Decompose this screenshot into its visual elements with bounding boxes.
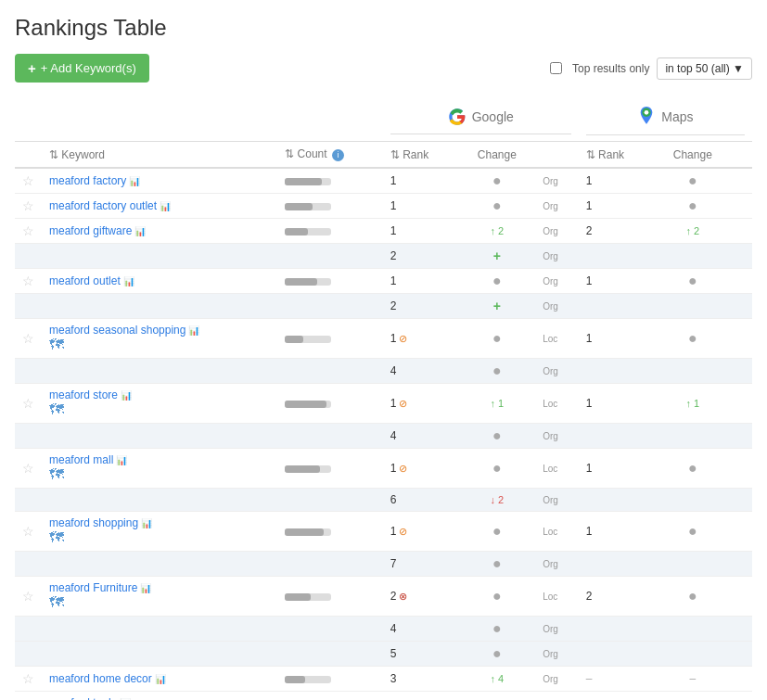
google-rank-cell: 1 [383, 168, 459, 194]
chart-icon[interactable]: 📊 [188, 325, 199, 336]
maps-type-cell [731, 489, 752, 512]
keyword-link[interactable]: meaford mall [49, 453, 113, 466]
keyword-link[interactable]: meaford Furniture [49, 581, 137, 594]
top-filter-dropdown[interactable]: in top 50 (all) ▼ [657, 57, 752, 80]
star-button[interactable]: ☆ [15, 512, 42, 552]
google-change-cell: ● [459, 194, 536, 219]
maps-change-cell: ● [654, 269, 731, 294]
keyword-cell: meaford outlet 📊 [42, 269, 277, 294]
maps-type-cell [731, 617, 752, 642]
star-button[interactable]: ☆ [15, 194, 42, 219]
col-maps-change-header: Change [654, 142, 731, 169]
google-type-cell: Org [535, 219, 579, 244]
star-button[interactable]: ☆ [15, 667, 42, 692]
col-keyword-header: ⇅ Keyword [42, 142, 277, 169]
chart-icon[interactable]: 📊 [129, 176, 140, 186]
maps-change-cell: ● [654, 692, 731, 701]
keyword-link[interactable]: meaford tools [49, 696, 117, 700]
google-type-cell: Loc [535, 692, 579, 701]
maps-engine-header: Maps [579, 94, 752, 142]
chart-icon[interactable]: 📊 [141, 518, 152, 528]
maps-type-cell [731, 512, 752, 552]
google-label: Google [472, 109, 514, 124]
keyword-cell: meaford tools 📊 🗺 [42, 692, 277, 701]
keyword-cell: meaford store 📊 🗺 [42, 384, 277, 424]
maps-type-cell [731, 319, 752, 359]
maps-rank-cell [579, 642, 655, 667]
star-button[interactable]: ☆ [15, 577, 42, 617]
google-type-cell: Org [535, 642, 579, 667]
google-rank-cell: 1⊘ [383, 512, 459, 552]
keyword-link[interactable]: meaford factory outlet [49, 199, 157, 212]
google-change-cell: ● [459, 359, 536, 384]
maps-type-cell [731, 667, 752, 692]
maps-type-cell [731, 168, 752, 194]
rankings-table: Google Maps ⇅ Ke [15, 94, 752, 700]
keyword-link[interactable]: meaford store [49, 388, 118, 401]
google-rank-cell: 3 [383, 667, 459, 692]
maps-type-cell [731, 294, 752, 319]
maps-rank-cell [579, 552, 655, 577]
count-info-icon: i [332, 149, 344, 161]
count-cell [277, 512, 383, 552]
chart-icon[interactable]: 📊 [140, 583, 151, 593]
maps-change-cell: ● [654, 577, 731, 617]
google-change-cell: ● [459, 552, 536, 577]
maps-type-cell [731, 577, 752, 617]
maps-type-cell [731, 269, 752, 294]
chevron-down-icon: ▼ [733, 62, 744, 75]
col-google-type-header [535, 142, 579, 169]
count-cell [277, 449, 383, 489]
count-cell [277, 319, 383, 359]
maps-label: Maps [661, 109, 693, 124]
maps-rank-cell: 2 [579, 219, 655, 244]
google-rank-cell: 3⊗ [383, 692, 459, 701]
chart-icon[interactable]: 📊 [155, 674, 166, 684]
chart-icon[interactable]: 📊 [123, 276, 134, 286]
google-rank-cell: 2 [383, 294, 459, 319]
keyword-link[interactable]: meaford factory [49, 174, 126, 187]
keyword-link[interactable]: meaford seasonal shopping [49, 324, 185, 337]
col-star [15, 142, 42, 169]
star-button[interactable]: ☆ [15, 692, 42, 701]
google-type-cell: Loc [535, 577, 579, 617]
maps-rank-cell: 1 [579, 384, 655, 424]
star-button[interactable]: ☆ [15, 384, 42, 424]
add-keyword-button[interactable]: + + Add Keyword(s) [15, 54, 149, 83]
col-google-rank-header: ⇅ Rank [383, 142, 459, 169]
google-logo-icon [448, 108, 467, 126]
google-type-cell: Org [535, 269, 579, 294]
google-rank-cell: 2⊗ [383, 577, 459, 617]
maps-rank-cell [579, 424, 655, 449]
star-button[interactable]: ☆ [15, 319, 42, 359]
google-rank-cell: 4 [383, 359, 459, 384]
google-rank-cell: 7 [383, 552, 459, 577]
google-type-cell: Org [535, 424, 579, 449]
maps-type-cell [731, 384, 752, 424]
chart-icon[interactable]: 📊 [134, 226, 146, 236]
google-type-cell: Org [535, 294, 579, 319]
keyword-link[interactable]: meaford home decor [49, 672, 152, 685]
col-google-change-header: Change [459, 142, 536, 169]
col-count-header: ⇅ Count i [277, 142, 383, 169]
google-type-cell: Loc [535, 512, 579, 552]
google-change-cell: ↓ 2 [459, 489, 536, 512]
keyword-link[interactable]: meaford shopping [49, 516, 138, 529]
chart-icon[interactable]: 📊 [116, 455, 127, 465]
maps-change-cell: ● [654, 512, 731, 552]
maps-change-cell [654, 244, 731, 269]
maps-rank-cell [579, 617, 655, 642]
top-results-checkbox[interactable] [550, 62, 562, 74]
chart-icon[interactable]: 📊 [121, 390, 132, 401]
google-change-cell: ● [459, 449, 536, 489]
star-button[interactable]: ☆ [15, 449, 42, 489]
keyword-link[interactable]: meaford outlet [49, 274, 121, 287]
keyword-link[interactable]: meaford giftware [49, 224, 132, 237]
star-button[interactable]: ☆ [15, 219, 42, 244]
google-change-cell: ↑ 2 [459, 219, 536, 244]
star-button[interactable]: ☆ [15, 168, 42, 194]
star-button[interactable]: ☆ [15, 269, 42, 294]
google-rank-cell: 1 [383, 194, 459, 219]
location-icon: 🗺 [49, 466, 64, 482]
chart-icon[interactable]: 📊 [160, 201, 171, 211]
